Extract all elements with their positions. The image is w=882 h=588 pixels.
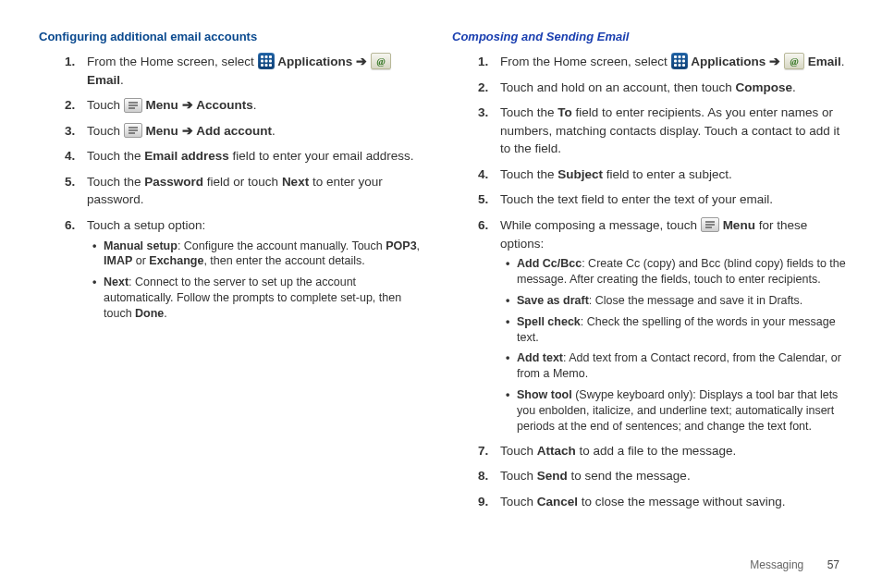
email-label: Email [808,55,841,68]
bullet: Add Cc/Bcc: Create Cc (copy) and Bcc (bl… [506,256,847,288]
svg-text:@: @ [376,55,385,67]
arrow: ➔ [178,124,197,138]
svg-rect-5 [269,60,272,63]
applications-icon [671,53,688,69]
bold-text: Manual setup [104,239,178,252]
bold-text: Next [282,175,309,189]
email-label: Email [87,73,120,87]
bold-text: Done [135,307,164,320]
text: to close the message without saving. [578,495,785,508]
bold-text: POP3 [386,239,416,252]
text: . [272,124,276,138]
text: . [120,73,124,87]
svg-rect-1 [264,55,267,58]
left-steps: From the Home screen, select Application… [39,53,424,322]
step-number: 8. [478,467,488,485]
text: or [132,254,149,267]
step: Touch the Password field or touch Next t… [65,173,424,209]
arrow: ➔ [352,55,371,68]
text: : Add text from a Contact record, from t… [517,351,841,380]
arrow: ➔ [178,98,197,112]
applications-label: Applications [277,55,352,68]
svg-rect-22 [674,64,677,67]
right-steps: From the Home screen, select Application… [452,53,847,435]
text: : Close the message and save it in Draft… [589,294,802,307]
step: Touch the Subject field to enter a subje… [478,165,847,184]
text: . [164,307,166,320]
menu-icon [124,98,142,113]
bold-text: Save as draft [517,294,589,307]
step: From the Home screen, select Application… [65,53,424,89]
svg-rect-0 [261,55,263,58]
text: to send the message. [568,469,691,483]
svg-rect-19 [674,60,677,63]
step: 8. Touch Send to send the message. [478,467,847,485]
svg-rect-7 [264,64,267,67]
svg-rect-4 [264,60,267,63]
bold-text: Next [104,276,129,288]
step: While composing a message, touch Menu fo… [478,216,847,435]
text: Touch [500,469,537,483]
bullet: Next: Connect to the server to set up th… [92,275,424,322]
bold-text: Subject [557,167,603,181]
text: Touch a setup option: [87,218,205,232]
svg-rect-24 [682,64,685,67]
heading-composing: Composing and Sending Email [452,30,847,43]
bold-text: Add text [517,351,563,364]
step: Touch Menu ➔ Add account. [65,122,424,141]
text: field to enter a subject. [603,167,732,181]
bold-text: Spell check [517,315,581,328]
bullet: Save as draft: Close the message and sav… [506,293,847,309]
svg-rect-3 [261,60,263,63]
step: Touch Menu ➔ Accounts. [65,96,424,115]
step: Touch the text field to enter the text o… [478,190,847,209]
step: Touch the Email address field to enter y… [65,147,424,165]
menu-label: Menu [723,218,755,232]
text: Touch [500,495,537,508]
step-number: 9. [478,493,488,511]
left-bullets: Manual setup: Configure the account manu… [87,239,424,322]
menu-label: Menu [146,98,178,112]
right-bullets: Add Cc/Bcc: Create Cc (copy) and Bcc (bl… [500,256,847,435]
step: 7. Touch Attach to add a file to the mes… [478,442,847,460]
right-steps-continued: 7. Touch Attach to add a file to the mes… [452,442,847,511]
step: Touch and hold on an account, then touch… [478,79,847,97]
bullet: Manual setup: Configure the account manu… [92,239,424,270]
text: to add a file to the message. [576,444,736,458]
svg-rect-8 [269,64,272,67]
text: Touch [87,98,124,112]
text: . [841,55,845,68]
text: From the Home screen, select [500,55,671,68]
left-column: Configuring additional email accounts Fr… [39,30,443,570]
email-icon: @ [371,53,391,69]
bold-text: Exchange [149,254,203,267]
bold-text: Cancel [537,495,578,508]
svg-rect-20 [678,60,680,63]
bold-text: IMAP [104,254,132,267]
bold-text: Send [537,469,568,483]
text: Touch [87,124,124,138]
step: Touch a setup option: Manual setup: Conf… [65,216,424,322]
bold-text: To [557,105,572,119]
svg-rect-6 [261,64,263,67]
target-label: Add account [196,124,272,138]
step: From the Home screen, select Application… [478,53,847,71]
text: Touch [500,444,537,458]
bullet: Show tool (Swype keyboard only): Display… [506,387,847,435]
target-label: Accounts [196,98,253,112]
text: , [417,239,420,252]
svg-rect-17 [678,55,680,58]
applications-label: Applications [691,55,766,68]
text: Touch the text field to enter the text o… [500,192,773,206]
arrow: ➔ [766,55,784,68]
bold-text: Attach [537,444,576,458]
manual-page: Configuring additional email accounts Fr… [0,0,882,588]
page-footer: Messaging 57 [750,558,839,571]
right-column: Composing and Sending Email From the Hom… [443,30,847,570]
bold-text: Add Cc/Bcc [517,257,582,270]
heading-configuring: Configuring additional email accounts [39,30,424,43]
step: Touch the To field to enter recipients. … [478,104,847,158]
svg-rect-2 [269,55,272,58]
svg-rect-18 [682,55,685,58]
text: . [253,98,257,112]
